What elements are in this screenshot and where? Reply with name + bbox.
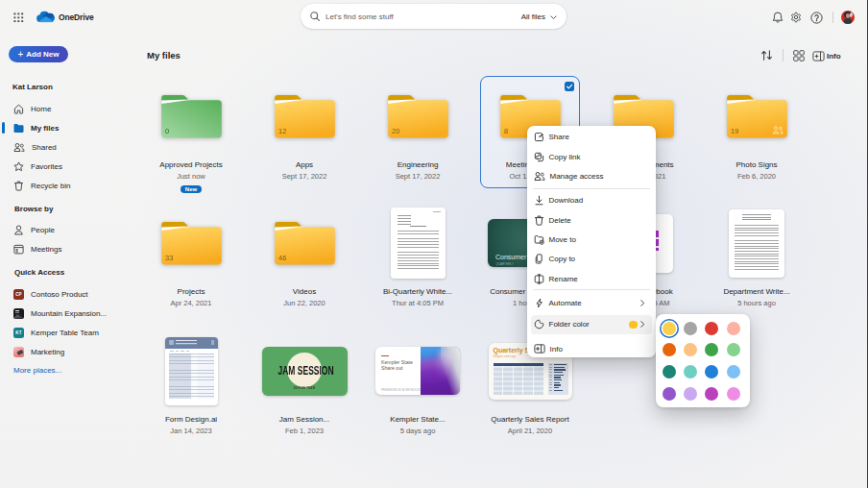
- svg-text:19: 19: [731, 126, 738, 134]
- svg-text:20: 20: [392, 126, 399, 134]
- svg-text:33: 33: [165, 253, 173, 261]
- svg-text:8: 8: [504, 126, 508, 134]
- svg-text:12: 12: [278, 126, 286, 134]
- svg-text:0: 0: [165, 126, 169, 134]
- svg-text:46: 46: [278, 253, 286, 261]
